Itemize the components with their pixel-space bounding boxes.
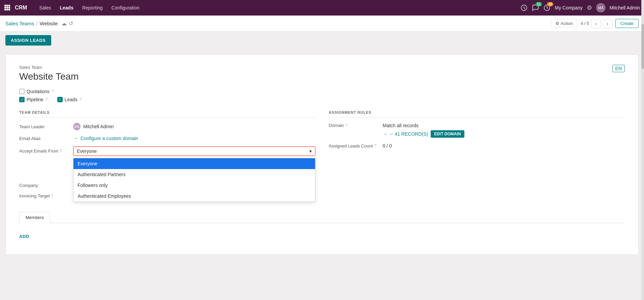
refresh-icon[interactable]: ↺ — [69, 20, 73, 27]
prev-page-button[interactable]: ‹ — [591, 19, 601, 28]
invoicing-target-label: Invoicing Target ? — [19, 193, 73, 198]
nav-sales[interactable]: Sales — [36, 3, 54, 12]
right-icons: 11 43 My Company ⚙ MA Mitchell Admin — [520, 3, 640, 12]
user-name: Mitchell Admin — [610, 5, 640, 10]
nav-leads[interactable]: Leads — [56, 3, 76, 12]
team-leader-value: MA Mitchell Admin — [73, 123, 315, 130]
breadcrumb-separator: / — [36, 21, 38, 26]
assigned-leads-row: Assigned Leads Count ? 0 / 0 — [329, 143, 625, 148]
settings-icon[interactable]: ⚙ — [587, 4, 592, 11]
breadcrumb-current: Website — [40, 21, 58, 26]
assignment-rules-title: ASSIGNMENT RULES — [329, 110, 625, 117]
tab-members[interactable]: Members — [19, 212, 50, 223]
records-count: → 41 RECORD(S) — [389, 131, 428, 137]
svg-rect-2 — [8, 5, 10, 6]
domain-label: Domain ? — [329, 123, 383, 128]
quotations-help-icon[interactable]: ? — [52, 89, 54, 94]
next-page-button[interactable]: › — [603, 19, 612, 28]
email-alias-value[interactable]: → Configure a custom domain — [73, 136, 315, 141]
form-left: TEAM DETAILS Team Leader MA Mitchell Adm… — [19, 110, 315, 204]
leads-checkbox[interactable]: ✓ — [57, 97, 63, 102]
leads-help-icon[interactable]: ? — [80, 97, 82, 102]
activity-icon[interactable]: 43 — [543, 4, 551, 11]
support-icon[interactable] — [520, 4, 528, 11]
dropdown-option-authenticated-employees[interactable]: Authenticated Employees — [73, 191, 315, 201]
dropdown-option-followers-only[interactable]: Followers only — [73, 180, 315, 191]
team-details-title: TEAM DETAILS — [19, 110, 315, 117]
domain-help-icon[interactable]: ? — [345, 123, 347, 128]
chevron-down-icon: ▾ — [309, 148, 312, 154]
add-button[interactable]: ADD — [19, 234, 29, 239]
scrollbar-thumb[interactable] — [641, 24, 644, 69]
email-alias-label: Email Alias — [19, 136, 73, 141]
user-avatar[interactable]: MA — [596, 3, 606, 12]
assign-leads-button[interactable]: ASSIGN LEADS — [5, 35, 51, 46]
team-leader-name[interactable]: Mitchell Admin — [83, 124, 114, 129]
action-button[interactable]: ⚙ Action — [551, 19, 577, 28]
pipeline-help-icon[interactable]: ? — [45, 97, 48, 102]
chat-icon[interactable]: 11 — [532, 4, 539, 11]
domain-match-text: Match all records — [383, 123, 625, 128]
invoicing-target-help-icon[interactable]: ? — [51, 194, 53, 198]
leads-checkbox-item: ✓ Leads ? — [57, 97, 82, 102]
svg-rect-4 — [6, 7, 8, 8]
edit-domain-button[interactable]: EDIT DOMAIN — [431, 130, 464, 138]
assigned-leads-help-icon[interactable]: ? — [374, 143, 376, 148]
company-label: Company — [19, 183, 73, 188]
pipeline-leads-row: ✓ Pipeline ? ✓ Leads ? — [19, 97, 625, 102]
scrollbar[interactable] — [641, 0, 644, 300]
form-sections: TEAM DETAILS Team Leader MA Mitchell Adm… — [19, 110, 625, 204]
team-leader-avatar: MA — [73, 123, 81, 130]
pipeline-label: Pipeline — [27, 97, 43, 102]
pipeline-checkbox-item: ✓ Pipeline ? — [19, 97, 48, 102]
accept-emails-help-icon[interactable]: ? — [60, 149, 62, 154]
accept-emails-selected-value: Everyone — [77, 148, 97, 154]
svg-rect-0 — [4, 5, 6, 6]
svg-rect-3 — [4, 7, 6, 8]
checkbox-row: Quotations ? — [19, 89, 625, 94]
accept-emails-label: Accept Emails From ? — [19, 146, 73, 154]
quotations-checkbox-item: Quotations ? — [19, 89, 54, 94]
breadcrumb-parent[interactable]: Sales Teams — [5, 21, 34, 26]
top-nav: CRM Sales Leads Reporting Configuration … — [0, 0, 644, 16]
svg-rect-7 — [6, 9, 8, 10]
team-name: Website Team — [19, 71, 625, 82]
nav-configuration[interactable]: Configuration — [108, 3, 143, 12]
gear-icon: ⚙ — [555, 21, 559, 26]
quotations-label: Quotations — [27, 89, 50, 94]
members-section: Members ADD — [19, 212, 625, 244]
lang-badge[interactable]: EN — [612, 65, 625, 72]
company-name[interactable]: My Company — [555, 5, 582, 10]
sub-nav: Sales Teams / Website ☁ ↺ ⚙ Action 4 / 5… — [0, 16, 644, 32]
toolbar: ASSIGN LEADS — [0, 32, 644, 49]
quotations-checkbox[interactable] — [19, 89, 25, 94]
team-leader-row: Team Leader MA Mitchell Admin — [19, 123, 315, 130]
dropdown-option-everyone[interactable]: Everyone — [73, 158, 315, 169]
leads-label: Leads — [65, 97, 78, 102]
email-alias-arrow-icon: → — [73, 136, 78, 141]
svg-rect-8 — [8, 9, 10, 10]
dropdown-option-authenticated-partners[interactable]: Authenticated Partners — [73, 169, 315, 180]
chat-badge: 11 — [535, 2, 542, 6]
form-right: ASSIGNMENT RULES Domain ? Match all reco… — [329, 110, 625, 204]
sales-team-label: Sales Team — [19, 65, 625, 70]
activity-badge: 43 — [547, 2, 553, 6]
accept-emails-row: Accept Emails From ? Everyone ▾ Everyone… — [19, 146, 315, 156]
assigned-leads-label: Assigned Leads Count ? — [329, 143, 383, 148]
pipeline-checkbox[interactable]: ✓ — [19, 97, 25, 102]
records-arrow-icon: → — [383, 131, 388, 137]
create-button[interactable]: Create — [615, 19, 639, 28]
breadcrumb: Sales Teams / Website ☁ ↺ — [5, 20, 548, 27]
domain-value: Match all records → → 41 RECORD(S) EDIT … — [383, 123, 625, 138]
nav-reporting[interactable]: Reporting — [79, 3, 106, 12]
accept-emails-field: Everyone ▾ Everyone Authenticated Partne… — [73, 146, 315, 156]
main-content: Sales Team Website Team EN Quotations ? … — [0, 49, 644, 300]
accept-emails-select[interactable]: Everyone ▾ — [73, 146, 315, 156]
cloud-icon[interactable]: ☁ — [61, 20, 67, 27]
email-alias-link[interactable]: Configure a custom domain — [81, 136, 138, 141]
page-indicator: 4 / 5 — [581, 21, 589, 26]
records-link[interactable]: → → 41 RECORD(S) — [383, 131, 428, 137]
tab-bar: Members — [19, 212, 625, 223]
grid-icon[interactable] — [4, 4, 10, 11]
app-name[interactable]: CRM — [15, 5, 27, 11]
